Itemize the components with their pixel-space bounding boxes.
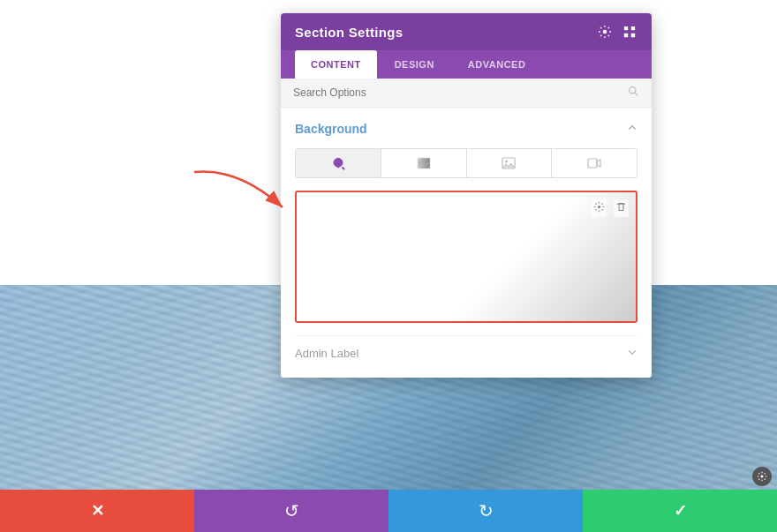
- admin-label-chevron: [627, 347, 637, 360]
- search-bar: [281, 79, 652, 108]
- tab-content[interactable]: Content: [295, 50, 377, 79]
- bottom-toolbar: ✕ ↺ ↻ ✓: [0, 490, 777, 532]
- svg-rect-5: [631, 34, 635, 37]
- floating-settings-icon[interactable]: [752, 467, 772, 486]
- bg-tab-video[interactable]: [552, 149, 637, 177]
- save-button[interactable]: ✓: [583, 490, 777, 532]
- reset-button[interactable]: ↺: [194, 490, 388, 532]
- panel-header: Section Settings: [281, 13, 652, 50]
- bg-tab-color[interactable]: [296, 149, 381, 177]
- svg-rect-2: [624, 26, 628, 30]
- bg-tab-gradient[interactable]: [381, 149, 467, 177]
- svg-rect-3: [631, 26, 635, 30]
- search-input[interactable]: [293, 86, 628, 99]
- search-icon: [628, 86, 639, 100]
- redo-button[interactable]: ↻: [388, 490, 583, 532]
- background-toggle[interactable]: [627, 122, 637, 136]
- svg-rect-11: [588, 159, 597, 168]
- color-preview: [295, 191, 637, 323]
- color-settings-icon[interactable]: [592, 199, 607, 217]
- panel-tabs: Content Design Advanced: [281, 50, 652, 79]
- svg-point-13: [761, 476, 764, 478]
- save-icon: ✓: [674, 501, 687, 521]
- panel-header-icons: [597, 24, 637, 40]
- admin-label-row[interactable]: Admin Label: [295, 335, 637, 363]
- svg-rect-4: [624, 34, 628, 37]
- background-title: Background: [295, 122, 367, 136]
- color-preview-actions: [592, 199, 629, 217]
- cancel-icon: ✕: [91, 501, 104, 521]
- admin-label-text: Admin Label: [295, 347, 358, 360]
- cancel-button[interactable]: ✕: [0, 490, 194, 532]
- background-type-tabs: [295, 148, 637, 178]
- settings-icon[interactable]: [597, 24, 613, 40]
- tab-advanced[interactable]: Advanced: [452, 50, 542, 79]
- redo-icon: ↻: [479, 500, 494, 521]
- bg-tab-image[interactable]: [467, 149, 553, 177]
- grid-icon[interactable]: [622, 24, 637, 40]
- reset-icon: ↺: [284, 500, 299, 521]
- svg-point-12: [598, 206, 600, 208]
- color-preview-inner: [297, 192, 636, 321]
- svg-line-7: [635, 93, 637, 95]
- background-section-header: Background: [295, 122, 637, 136]
- panel-content: Background: [281, 108, 652, 378]
- svg-point-10: [505, 161, 508, 163]
- color-delete-icon[interactable]: [614, 199, 629, 217]
- svg-point-6: [630, 87, 636, 94]
- section-settings-panel: Section Settings Content Design Advanc: [281, 13, 652, 378]
- svg-point-1: [603, 30, 607, 34]
- panel-title: Section Settings: [295, 25, 403, 40]
- tab-design[interactable]: Design: [379, 50, 450, 79]
